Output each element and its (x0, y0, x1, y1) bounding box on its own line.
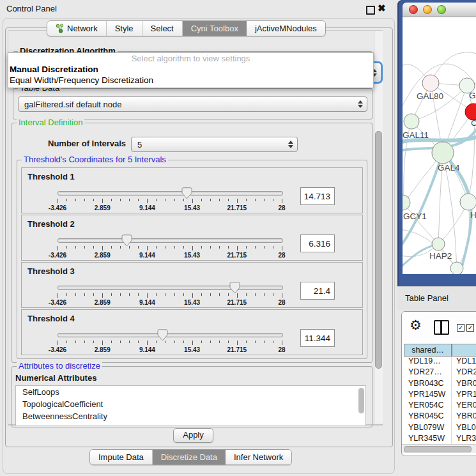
close-traffic-light-icon[interactable] (409, 5, 418, 14)
slider-tick (156, 246, 157, 249)
slider-track[interactable] (58, 333, 283, 337)
algorithm-dropdown-popup: Select algorithm to view settings Manual… (8, 52, 374, 88)
network-node-gal4[interactable] (432, 142, 454, 164)
slider-handle[interactable] (121, 234, 132, 247)
column-header-1[interactable]: shared… (404, 344, 452, 357)
slider-tick-label: 28 (278, 252, 285, 259)
network-node-h[interactable] (460, 194, 476, 210)
slider-tick-label: -3.426 (49, 252, 66, 259)
slider-tick (84, 341, 85, 343)
horizontal-scrollbar-thumb[interactable] (404, 446, 472, 452)
tab-cyni-toolbox[interactable]: Cyni Toolbox (183, 21, 247, 36)
tab-jactivemnodules[interactable]: jActiveMNodules (247, 21, 325, 36)
slider-tick (237, 293, 238, 298)
slider-tick (273, 246, 273, 249)
algorithm-dropdown-prompt: Select algorithm to view settings (8, 53, 373, 64)
slider-tick (111, 341, 112, 343)
tab-impute-data[interactable]: Impute Data (90, 450, 153, 464)
network-view-canvas[interactable]: GAL80GCGAL11GAL4GCY1HHAP2 (403, 17, 476, 274)
slider-tick-label: 9.144 (139, 346, 155, 353)
slider-tick (165, 246, 165, 249)
slider-tick-label: 15.43 (184, 252, 200, 259)
slider-tick (246, 341, 247, 343)
table-row[interactable]: YPR145WYPR1 (404, 390, 476, 401)
slider-tick (120, 246, 121, 249)
algorithm-option-manual-discretization[interactable]: Manual Discretization (8, 64, 373, 75)
tab-network[interactable]: Network (47, 21, 107, 36)
horizontal-scrollbar[interactable] (402, 444, 476, 453)
numerical-attributes-list[interactable]: SelfLoopsTopologicalCoefficientBetweenne… (15, 385, 366, 426)
gear-icon[interactable]: ⚙ (410, 318, 422, 333)
slider-handle[interactable] (157, 329, 168, 341)
table-row[interactable]: YDR27…YDR2 (404, 367, 476, 378)
table-row[interactable]: YBR045CYBR0 (404, 411, 476, 422)
threshold-slider-3[interactable]: -3.4262.8599.14415.4321.71528 (58, 284, 282, 307)
threshold-slider-2[interactable]: -3.4262.8599.14415.4321.71528 (58, 236, 282, 259)
number-of-intervals-combobox[interactable]: 5 (131, 137, 298, 152)
slider-tick-label: 15.43 (184, 299, 200, 306)
cell-shared-name: YPR145W (404, 390, 452, 401)
slider-tick (93, 246, 94, 249)
slider-tick (102, 341, 103, 345)
slider-tick-label: 2.859 (95, 346, 111, 353)
table-data-combobox[interactable]: galFiltered.sif default node (18, 96, 367, 112)
network-node-gcy1[interactable] (403, 195, 410, 210)
node-label: HAP2 (429, 251, 452, 261)
tab-discretize-data[interactable]: Discretize Data (153, 450, 226, 464)
tab-select[interactable]: Select (142, 21, 183, 36)
slider-tick (138, 341, 139, 343)
threshold-value-field[interactable]: 14.713 (300, 187, 335, 205)
table-row[interactable]: YLR345WYLR3 (404, 434, 476, 444)
network-node-gal11[interactable] (404, 114, 419, 129)
threshold-slider-4[interactable]: -3.4262.8599.14415.4321.71528 (58, 331, 282, 354)
checkbox-icon[interactable]: ✓ (457, 324, 464, 332)
table-row[interactable]: YER054CYER0 (404, 401, 476, 411)
slider-tick-label: 21.715 (227, 252, 247, 259)
close-icon[interactable]: ✖ (378, 3, 386, 14)
network-window-titlebar[interactable] (403, 3, 476, 17)
table-row[interactable]: YDL19…YDL1 (404, 357, 476, 367)
attribute-list-item[interactable]: TopologicalCoefficient (16, 398, 365, 410)
slider-tick (138, 246, 139, 249)
attribute-list-item[interactable]: SelfLoops (16, 386, 365, 398)
slider-handle[interactable] (229, 282, 240, 294)
slider-tick (138, 293, 139, 296)
cell-name: YDL1 (452, 357, 476, 367)
table-row[interactable]: YBL079WYBL0 (404, 423, 476, 434)
network-node-hap2[interactable] (432, 238, 445, 250)
float-window-icon[interactable] (366, 6, 375, 15)
algorithm-option-equal-width-frequency-discretization[interactable]: Equal Width/Frequency Discretization (8, 75, 373, 86)
list-scrollbar-thumb[interactable] (358, 388, 364, 413)
control-panel-tabbar: NetworkStyleSelectCyni ToolboxjActiveMNo… (47, 20, 326, 36)
slider-tick (273, 199, 273, 201)
threshold-value-field[interactable]: 11.344 (300, 329, 335, 347)
threshold-slider-1[interactable]: -3.4262.8599.14415.4321.71528 (58, 189, 282, 212)
slider-tick (219, 199, 220, 201)
cell-shared-name: YBL079W (404, 423, 452, 434)
slider-track[interactable] (58, 191, 283, 196)
vertical-scrollbar-thumb[interactable] (375, 131, 382, 369)
table-row[interactable]: YBR043CYBR0 (404, 379, 476, 390)
slider-handle[interactable] (181, 187, 192, 199)
tab-infer-network[interactable]: Infer Network (226, 450, 291, 464)
tab-style[interactable]: Style (107, 21, 142, 36)
slider-track[interactable] (58, 238, 283, 243)
minimize-traffic-light-icon[interactable] (423, 5, 432, 14)
checkbox-icon[interactable]: ✓ (466, 324, 474, 332)
zoom-traffic-light-icon[interactable] (437, 5, 446, 14)
slider-tick (111, 246, 112, 249)
tab-label: Network (67, 22, 98, 36)
network-node[interactable] (450, 262, 463, 274)
network-node-gal80[interactable] (422, 75, 439, 91)
node-label: GCY1 (403, 211, 427, 221)
columns-icon[interactable] (434, 320, 449, 335)
slider-track[interactable] (58, 286, 283, 290)
column-header-2[interactable]: n (452, 344, 476, 357)
slider-tick (138, 199, 139, 201)
attribute-list-item[interactable]: BetweennessCentrality (16, 410, 365, 422)
threshold-value-field[interactable]: 6.316 (300, 234, 335, 252)
table-data-combobox-value: galFiltered.sif default node (19, 100, 356, 109)
apply-button[interactable]: Apply (173, 428, 213, 443)
threshold-value-field[interactable]: 21.4 (300, 282, 335, 300)
slider-tick (147, 341, 148, 345)
